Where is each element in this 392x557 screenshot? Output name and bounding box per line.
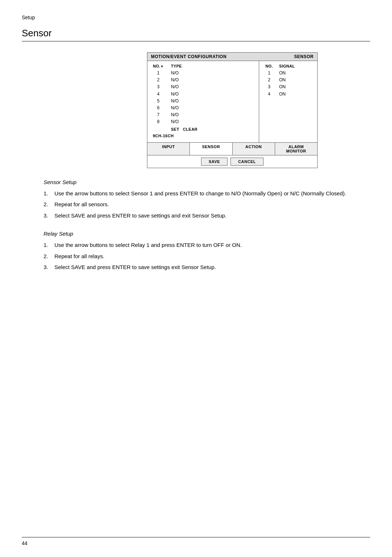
list-item: 2. Repeat for all relays. <box>44 252 370 261</box>
table-row: 1 N/O <box>153 70 253 77</box>
table-row: 4 N/O <box>153 91 253 98</box>
panel-header: MOTION/EVENT CONFIGURATION SENSOR <box>147 53 317 61</box>
tab-action[interactable]: ACTION <box>233 143 275 155</box>
list-item: 1. Use the arrow buttons to select Relay… <box>44 241 370 249</box>
panel-body: NO.▼ TYPE 1 N/O 2 N/O 3 N/O <box>147 61 317 143</box>
page-container: Setup Sensor MOTION/EVENT CONFIGURATION … <box>0 0 392 557</box>
signal-header: NO. SIGNAL <box>265 64 312 68</box>
list-item: 1. Use the arrow buttons to select Senso… <box>44 190 370 198</box>
tab-sensor[interactable]: SENSOR <box>190 143 232 155</box>
table-row: 8 N/O <box>153 118 253 125</box>
table-row: 2 N/O <box>153 77 253 84</box>
set-clear-row: SET CLEAR <box>153 127 253 131</box>
relay-setup-title: Relay Setup <box>44 231 370 237</box>
table-row: 5 N/O <box>153 98 253 105</box>
set-label: SET <box>171 127 179 131</box>
panel-tabs: INPUT SENSOR ACTION ALARM MONITOR <box>147 143 317 155</box>
sensor-setup-list: 1. Use the arrow buttons to select Senso… <box>44 190 370 220</box>
relay-setup-list: 1. Use the arrow buttons to select Relay… <box>44 241 370 272</box>
tab-input[interactable]: INPUT <box>147 143 190 155</box>
signal-row: 2 ON <box>265 77 312 84</box>
panel-header-title: MOTION/EVENT CONFIGURATION <box>151 54 226 59</box>
ui-panel: MOTION/EVENT CONFIGURATION SENSOR NO.▼ T… <box>147 52 318 168</box>
save-button[interactable]: SAVE <box>201 158 228 166</box>
left-table-header: NO.▼ TYPE <box>153 64 253 68</box>
clear-label: CLEAR <box>183 127 197 131</box>
table-row: 3 N/O <box>153 84 253 90</box>
sensor-setup-section: Sensor Setup 1. Use the arrow buttons to… <box>44 179 370 220</box>
list-item: 3. Select SAVE and press ENTER to save s… <box>44 212 370 220</box>
relay-setup-section: Relay Setup 1. Use the arrow buttons to … <box>44 231 370 272</box>
channel-row: 9CH-16CH <box>153 134 253 139</box>
signal-row: 4 ON <box>265 91 312 98</box>
breadcrumb: Setup <box>22 15 370 20</box>
table-row: 7 N/O <box>153 111 253 118</box>
panel-left: NO.▼ TYPE 1 N/O 2 N/O 3 N/O <box>147 61 259 142</box>
list-item: 2. Repeat for all sensors. <box>44 200 370 209</box>
page-number: 44 <box>22 540 28 546</box>
tab-alarm-monitor[interactable]: ALARM MONITOR <box>275 143 317 155</box>
panel-actions: SAVE CANCEL <box>147 155 317 168</box>
cancel-button[interactable]: CANCEL <box>230 158 264 166</box>
col-no-header: NO.▼ <box>153 64 164 68</box>
section-title: Sensor <box>22 28 370 41</box>
ui-panel-wrapper: MOTION/EVENT CONFIGURATION SENSOR NO.▼ T… <box>94 52 370 168</box>
sensor-setup-title: Sensor Setup <box>44 179 370 185</box>
table-row: 6 N/O <box>153 105 253 111</box>
page-footer: 44 <box>22 537 370 546</box>
panel-header-right: SENSOR <box>294 54 314 59</box>
list-item: 3. Select SAVE and press ENTER to save s… <box>44 263 370 272</box>
signal-row: 3 ON <box>265 84 312 90</box>
panel-right: NO. SIGNAL 1 ON 2 ON 3 ON <box>259 61 317 142</box>
signal-row: 1 ON <box>265 70 312 77</box>
col-type-header: TYPE <box>171 64 189 68</box>
